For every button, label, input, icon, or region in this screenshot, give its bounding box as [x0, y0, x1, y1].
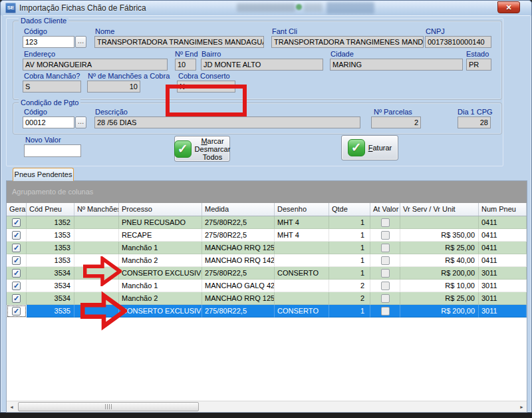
at-valor-checkbox[interactable]	[381, 294, 390, 303]
cell-n-manchoes	[74, 254, 119, 267]
endereco-field[interactable]: AV MORANGUEIRA	[23, 59, 168, 71]
table-row[interactable]: ✓3534Manchão 2MANCHAO RRQ 1252R$ 25,0030…	[7, 292, 527, 305]
cell-processo: RECAPE	[119, 229, 202, 242]
cell-processo: Manchão 2	[119, 254, 202, 267]
bairro-field[interactable]: JD MONTE ALTO	[201, 59, 323, 71]
scroll-right-icon[interactable]: ►	[517, 402, 527, 412]
bairro-label: Bairro	[201, 50, 221, 58]
column-header[interactable]: Vr Serv / Vr Unit	[400, 203, 479, 216]
column-header[interactable]: Num Pneu	[479, 203, 527, 216]
cell-processo: CONSERTO EXCLUSIVO	[119, 305, 202, 317]
novo-valor-label: Novo Valor	[25, 136, 61, 144]
gera-checkbox[interactable]: ✓	[12, 294, 21, 303]
gera-checkbox[interactable]: ✓	[12, 256, 21, 265]
at-valor-cell	[370, 292, 400, 305]
cell-n-manchoes	[74, 267, 119, 280]
cell-qtde: 2	[329, 280, 370, 292]
cnpj-label: CNPJ	[426, 27, 445, 35]
cidade-field[interactable]: MARING	[330, 59, 463, 71]
nome-field[interactable]: TRANSPORTADORA TRANGIMENES MANDAGUA€J	[94, 36, 264, 48]
gera-cell: ✓	[7, 254, 27, 267]
gera-cell: ✓	[7, 229, 27, 242]
cell-n-manchoes	[74, 292, 119, 305]
nome-label: Nome	[95, 27, 114, 35]
num-parcelas-label: Nº Parcelas	[374, 108, 412, 116]
column-header[interactable]: Cód Pneu	[27, 203, 74, 216]
table-row[interactable]: ✓3534Manchão 1MANCHAO GALQ 422R$ 10,0030…	[7, 280, 527, 292]
column-header[interactable]: Processo	[119, 203, 202, 216]
marcar-desmarcar-todos-button[interactable]: ✓ Marcar Desmarcar Todos	[174, 136, 230, 162]
faturar-button[interactable]: ✓ Faturar	[341, 135, 398, 160]
cell-num-pneu: 3011	[479, 305, 527, 317]
close-icon[interactable]: ✕	[497, 1, 520, 13]
pgto-codigo-field[interactable]: 00012	[23, 116, 74, 128]
num-manchoes-field[interactable]: 10	[87, 81, 140, 93]
column-header[interactable]: Nº Manchões	[74, 203, 119, 216]
table-row[interactable]: ✓1353Manchão 2MANCHAO RRQ 1421R$ 40,0004…	[7, 254, 527, 267]
at-valor-cell	[370, 229, 400, 242]
cell-qtde: 1	[329, 229, 370, 242]
cobra-conserto-field[interactable]: N	[177, 81, 235, 93]
browse-pgto-button[interactable]: …	[75, 116, 86, 128]
grid-grouping-band[interactable]: Agrupamento de colunas	[7, 181, 527, 203]
dia-1-cpg-field[interactable]: 28	[458, 116, 491, 128]
cell-medida: 275/80R22,5	[202, 267, 275, 280]
descricao-label: Descrição	[95, 108, 128, 116]
at-valor-checkbox[interactable]	[381, 282, 390, 290]
fant-cli-field[interactable]: TRANSPORTADORA TRANGIMENES MANDAGUA	[271, 36, 424, 48]
at-valor-checkbox[interactable]	[381, 256, 390, 265]
scrollbar-thumb[interactable]	[18, 402, 199, 411]
cell-vr-serv: R$ 200,00	[400, 305, 479, 317]
at-valor-checkbox[interactable]	[381, 307, 390, 315]
table-row[interactable]: ✓1353RECAPE275/80R22,5MHT 41R$ 350,00041…	[7, 229, 527, 242]
cell-num-pneu: 3011	[479, 280, 527, 292]
at-valor-cell	[370, 267, 400, 280]
scroll-left-icon[interactable]: ◄	[7, 402, 17, 412]
gera-cell: ✓	[7, 267, 27, 280]
column-header[interactable]: Desenho	[275, 203, 329, 216]
cnpj-field[interactable]: 00173810000140	[425, 36, 491, 48]
gera-checkbox[interactable]: ✓	[12, 231, 21, 240]
at-valor-cell	[370, 254, 400, 267]
gera-checkbox[interactable]: ✓	[12, 307, 21, 315]
column-header[interactable]: Gera?	[7, 203, 27, 216]
gera-checkbox[interactable]: ✓	[12, 218, 21, 227]
table-row[interactable]: ✓3534CONSERTO EXCLUSIVO275/80R22,5CONSER…	[7, 267, 527, 280]
at-valor-checkbox[interactable]	[381, 269, 390, 278]
gera-checkbox[interactable]: ✓	[12, 282, 21, 290]
horizontal-scrollbar[interactable]: ◄ ►	[7, 401, 527, 412]
cobra-manchao-field[interactable]: S	[23, 81, 81, 93]
at-valor-checkbox[interactable]	[381, 231, 390, 240]
cell-processo: CONSERTO EXCLUSIVO	[119, 267, 202, 280]
estado-field[interactable]: PR	[466, 59, 491, 71]
cell-qtde: 1	[329, 242, 370, 254]
at-valor-cell	[370, 305, 400, 317]
grid-body: ✓1352PNEU RECUSADO275/80R22,5MHT 410411✓…	[7, 216, 527, 317]
column-header[interactable]: Qtde	[329, 203, 370, 216]
at-valor-checkbox[interactable]	[381, 218, 390, 227]
table-row[interactable]: ✓1353Manchão 1MANCHAO RRQ 1251R$ 25,0004…	[7, 242, 527, 254]
codigo-field[interactable]: 123	[23, 36, 74, 48]
table-row[interactable]: ✓1352PNEU RECUSADO275/80R22,5MHT 410411	[7, 216, 527, 229]
cell-vr-serv: R$ 25,00	[400, 292, 479, 305]
at-valor-checkbox[interactable]	[381, 244, 390, 252]
gera-checkbox[interactable]: ✓	[12, 244, 21, 252]
cell-desenho	[275, 242, 329, 254]
novo-valor-input[interactable]	[24, 144, 81, 157]
column-header[interactable]: Medida	[202, 203, 275, 216]
cell-vr-serv	[400, 216, 479, 229]
groupbox-condicao-pgto: Condição de Pgto Código 00012 … Descriçã…	[13, 103, 502, 134]
codigo-label: Código	[24, 27, 47, 35]
grid-header-row: Gera?Cód PneuNº ManchõesProcessoMedidaDe…	[7, 203, 527, 216]
num-end-field[interactable]: 10	[175, 59, 196, 71]
num-parcelas-field[interactable]: 2	[371, 116, 421, 128]
gera-checkbox[interactable]: ✓	[12, 269, 21, 278]
browse-codigo-button[interactable]: …	[75, 36, 86, 48]
num-manchoes-label: Nº de Manchões a Cobra	[88, 72, 170, 80]
groupbox-legend: Dados Cliente	[19, 17, 68, 25]
descricao-field[interactable]: 28 /56 DIAS	[94, 116, 360, 128]
background-window-blur	[237, 3, 295, 12]
tab-pneus-pendentes[interactable]: Pneus Pendentes	[13, 168, 74, 181]
table-row[interactable]: ✓3535CONSERTO EXCLUSIVO275/80R22,5CONSER…	[7, 305, 527, 317]
column-header[interactable]: At Valor	[370, 203, 400, 216]
